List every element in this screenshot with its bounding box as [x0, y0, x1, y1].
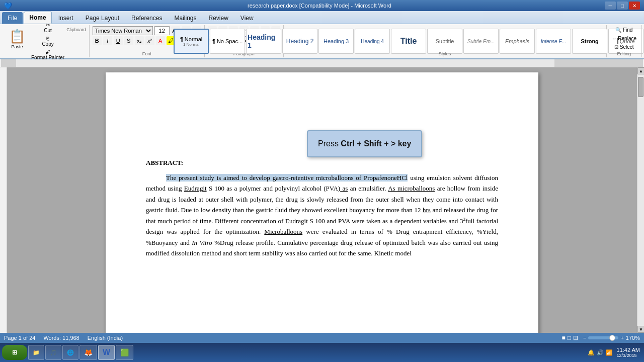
underline-button[interactable]: U — [114, 36, 123, 45]
taskbar-btn-word[interactable]: W — [98, 345, 115, 360]
italic-button[interactable]: I — [103, 36, 112, 45]
find-button[interactable]: 🔍 Find — [613, 26, 634, 34]
paste-button[interactable]: 📋 Paste — [5, 26, 29, 51]
tab-mailings[interactable]: Mailings — [169, 12, 202, 24]
taskbar: ⊞ 📁 🎵 🌐 🦊 W 🟩 🔔 🔊 📶 11:42 AM 12/3/2015 — [0, 343, 644, 362]
clipboard-label: Clipboard — [66, 27, 86, 56]
zoom-in-button[interactable]: + — [620, 335, 623, 341]
select-button[interactable]: ⊡ Select — [612, 43, 636, 51]
system-tray: 🔔 🔊 📶 — [588, 349, 613, 356]
font-row2: B I U S x₂ x² A 🖊 — [93, 36, 176, 45]
clipboard-small-buttons: ✂ Cut ⎘ Copy 🖌 Format Painter — [29, 26, 66, 56]
close-button[interactable]: ✕ — [629, 2, 640, 10]
view-buttons: ■ □ ⊟ — [561, 334, 578, 341]
in-vitro-italic: In Vitro — [192, 239, 212, 246]
taskbar-right: 🔔 🔊 📶 11:42 AM 12/3/2015 — [588, 347, 642, 358]
tab-view[interactable]: View — [235, 12, 259, 24]
eudragit-link1: Eudragit — [184, 185, 207, 192]
paste-label: Paste — [11, 44, 23, 49]
text-color-button[interactable]: A — [156, 36, 165, 45]
start-button[interactable]: ⊞ — [2, 345, 27, 360]
taskbar-btn-other[interactable]: 🟩 — [116, 345, 133, 360]
cut-button[interactable]: ✂ Cut — [29, 21, 66, 34]
full-screen-btn[interactable]: □ — [568, 334, 571, 341]
popup-keys: Ctrl + Shift + > key — [341, 139, 411, 148]
style-heading3[interactable]: Heading 3 — [318, 29, 354, 54]
taskbar-btn-explorer[interactable]: 📁 — [28, 345, 44, 360]
taskbar-btn-browser[interactable]: 🌐 — [62, 345, 78, 360]
style-normal[interactable]: ¶ Normal 1 Normal — [174, 29, 209, 54]
scrollbar-right: ▲ ▼ — [637, 67, 644, 333]
word-count: Words: 11,968 — [43, 335, 79, 341]
status-right: ■ □ ⊟ − + 170% — [561, 334, 640, 341]
left-ruler — [0, 67, 7, 333]
document-page: Press Ctrl + Shift + > key ABSTRACT: The… — [106, 72, 538, 333]
replace-button[interactable]: ↔ Replace — [610, 35, 638, 42]
font-family-select[interactable]: Times New Roman — [93, 26, 153, 35]
page-info: Page 1 of 24 — [4, 335, 35, 341]
style-title[interactable]: Title — [391, 29, 426, 54]
styles-list: ¶ Normal 1 Normal ¶ No Spac... Heading 1… — [174, 26, 644, 56]
ruler — [0, 59, 644, 67]
print-layout-btn[interactable]: ■ — [561, 334, 565, 341]
eudragit-link2: Eudragit — [285, 217, 308, 225]
taskbar-btn-firefox[interactable]: 🦊 — [79, 345, 97, 360]
subscript-button[interactable]: x₂ — [135, 36, 144, 45]
window-title: research paper.docx [Compatibility Mode]… — [34, 3, 605, 9]
zoom-controls: − + 170% — [583, 335, 640, 341]
styles-group-label: Styles — [439, 51, 451, 56]
tab-review[interactable]: Review — [203, 12, 233, 24]
ribbon-tabs: File Home Insert Page Layout References … — [0, 11, 644, 24]
scroll-area[interactable]: Press Ctrl + Shift + > key ABSTRACT: The… — [7, 67, 637, 333]
style-no-spacing[interactable]: ¶ No Spac... — [210, 29, 245, 54]
maximize-button[interactable]: □ — [617, 2, 628, 10]
abstract-body: The present study is aimed to develop ga… — [146, 172, 498, 259]
styles-group: ¶ Normal 1 Normal ¶ No Spac... Heading 1… — [284, 25, 607, 57]
scroll-track[interactable] — [637, 74, 644, 326]
superscript-button[interactable]: x² — [145, 36, 154, 45]
window-icon: 💙 — [4, 2, 12, 10]
editing-controls: 🔍 Find ↔ Replace ⊡ Select — [610, 26, 638, 51]
style-heading1[interactable]: Heading 1 — [246, 29, 281, 54]
popup-text-before: Press — [318, 139, 341, 148]
clipboard-group: 📋 Paste ✂ Cut ⎘ Copy 🖌 Format Painter Cl… — [2, 25, 90, 57]
status-bar: Page 1 of 24 Words: 11,968 English (Indi… — [0, 333, 644, 343]
editing-group: 🔍 Find ↔ Replace ⊡ Select Editing — [607, 25, 642, 57]
style-strong[interactable]: Strong — [572, 29, 607, 54]
clock: 11:42 AM 12/3/2015 — [617, 347, 640, 358]
minimize-button[interactable]: ─ — [605, 2, 616, 10]
style-intense-e[interactable]: Intense E... — [536, 29, 571, 54]
tab-references[interactable]: References — [126, 12, 168, 24]
style-heading2[interactable]: Heading 2 — [282, 29, 317, 54]
tab-file[interactable]: File — [2, 12, 23, 24]
microballoons-link: Microballoons — [264, 228, 302, 235]
scroll-down-button[interactable]: ▼ — [637, 326, 644, 333]
bold-button[interactable]: B — [93, 36, 102, 45]
paste-icon: 📋 — [9, 29, 25, 44]
editing-group-label: Editing — [617, 51, 631, 56]
tab-page-layout[interactable]: Page Layout — [80, 12, 125, 24]
hrs-link: hrs — [423, 206, 431, 214]
style-heading4[interactable]: Heading 4 — [355, 29, 390, 54]
main-area: Press Ctrl + Shift + > key ABSTRACT: The… — [0, 67, 644, 333]
strikethrough-button[interactable]: S — [124, 36, 133, 45]
abstract-title: ABSTRACT: — [146, 158, 498, 168]
style-emphasis[interactable]: Emphasis — [500, 29, 535, 54]
scroll-thumb[interactable] — [638, 77, 643, 97]
keyboard-popup: Press Ctrl + Shift + > key — [307, 130, 422, 157]
style-subtle-em[interactable]: Subtle Em... — [463, 29, 499, 54]
ruler-content — [1, 59, 643, 67]
pva-underline: as — [340, 185, 348, 192]
taskbar-btn-media[interactable]: 🎵 — [45, 345, 61, 360]
highlighted-text: The present study is aimed to develop ga… — [166, 174, 408, 182]
zoom-out-button[interactable]: − — [583, 335, 586, 341]
font-group-label: Font — [142, 51, 151, 56]
ribbon-toolbar: 📋 Paste ✂ Cut ⎘ Copy 🖌 Format Painter Cl… — [0, 24, 644, 59]
zoom-slider[interactable] — [588, 336, 618, 339]
web-layout-btn[interactable]: ⊟ — [573, 334, 578, 341]
font-size-input[interactable] — [154, 26, 170, 35]
style-subtitle[interactable]: Subtitle — [427, 29, 462, 54]
copy-button[interactable]: ⎘ Copy — [29, 35, 66, 48]
scroll-up-button[interactable]: ▲ — [637, 67, 644, 74]
as-microballoons-link: As microballoons — [388, 185, 435, 192]
